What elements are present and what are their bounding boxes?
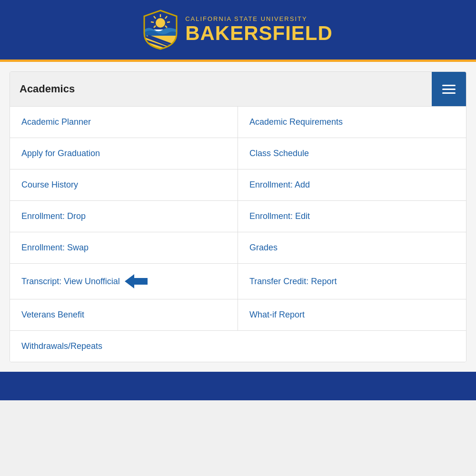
hamburger-line-2	[442, 89, 456, 90]
menu-button[interactable]	[432, 72, 466, 106]
svg-line-6	[151, 22, 154, 22]
menu-item-course-history[interactable]: Course History	[10, 169, 238, 201]
bottom-bar	[0, 372, 476, 400]
header-title: BAKERSFIELD	[185, 22, 333, 44]
academics-title: Academics	[10, 74, 84, 104]
header-subtitle: California State University	[185, 15, 333, 22]
header-text-container: California State University BAKERSFIELD	[185, 15, 333, 44]
svg-marker-13	[125, 274, 148, 288]
hamburger-line-1	[442, 85, 456, 86]
csub-shield-icon	[143, 10, 178, 50]
menu-item-academic-requirements[interactable]: Academic Requirements	[238, 107, 466, 138]
academics-header: Academics	[10, 72, 466, 107]
menu-item-veterans-benefit[interactable]: Veterans Benefit	[10, 299, 238, 331]
menu-item-transfer-credit-report[interactable]: Transfer Credit: Report	[238, 264, 466, 299]
menu-item-transcript-view-unofficial[interactable]: Transcript: View Unofficial	[10, 264, 238, 299]
hamburger-line-3	[442, 92, 456, 94]
menu-item-class-schedule[interactable]: Class Schedule	[238, 138, 466, 169]
transcript-label: Transcript: View Unofficial	[21, 277, 120, 287]
hamburger-icon	[442, 85, 456, 94]
menu-grid: Academic Planner Academic Requirements A…	[10, 107, 466, 362]
menu-item-what-if-report[interactable]: What-if Report	[238, 299, 466, 331]
menu-item-enrollment-drop[interactable]: Enrollment: Drop	[10, 201, 238, 232]
menu-item-grades[interactable]: Grades	[238, 232, 466, 264]
site-header: California State University BAKERSFIELD	[0, 0, 476, 62]
menu-item-enrollment-edit[interactable]: Enrollment: Edit	[238, 201, 466, 232]
menu-item-apply-for-graduation[interactable]: Apply for Graduation	[10, 138, 238, 169]
left-arrow-icon	[125, 274, 148, 288]
transcript-label-container: Transcript: View Unofficial	[21, 274, 148, 288]
menu-item-academic-planner[interactable]: Academic Planner	[10, 107, 238, 138]
menu-item-enrollment-add[interactable]: Enrollment: Add	[238, 169, 466, 201]
svg-point-1	[156, 18, 165, 28]
menu-item-withdrawals-repeats[interactable]: Withdrawals/Repeats	[10, 331, 466, 362]
academics-card: Academics Academic Planner Academic Requ…	[10, 71, 466, 362]
menu-item-enrollment-swap[interactable]: Enrollment: Swap	[10, 232, 238, 264]
main-content: Academics Academic Planner Academic Requ…	[0, 62, 476, 372]
logo-container: California State University BAKERSFIELD	[143, 10, 333, 50]
svg-line-4	[167, 22, 170, 22]
